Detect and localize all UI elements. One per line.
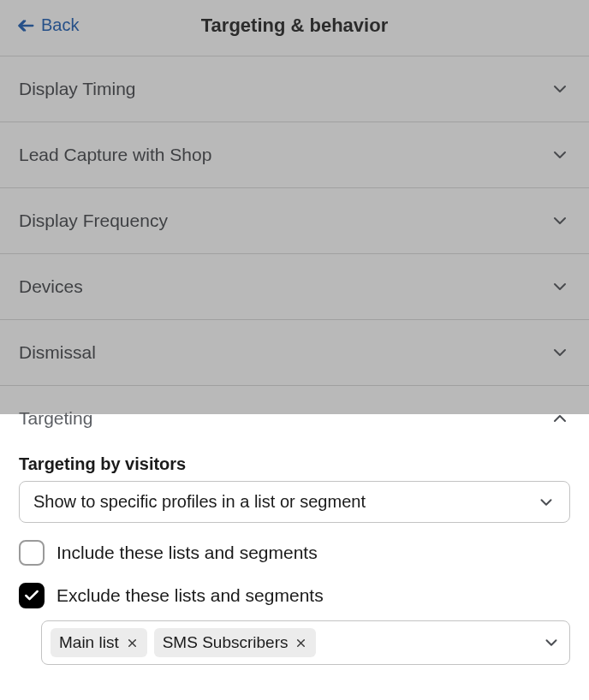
chevron-down-icon[interactable] — [542, 633, 561, 652]
targeting-visitors-heading: Targeting by visitors — [19, 454, 570, 474]
accordion-label: Devices — [19, 276, 83, 297]
accordion-label: Display Frequency — [19, 211, 168, 231]
include-label: Include these lists and segments — [57, 543, 318, 563]
visitors-select[interactable]: Show to specific profiles in a list or s… — [19, 481, 570, 523]
header: Back Targeting & behavior — [0, 0, 589, 56]
include-checkbox[interactable] — [19, 540, 45, 566]
targeting-label: Targeting — [19, 408, 92, 429]
close-icon[interactable] — [126, 637, 139, 650]
check-icon — [23, 587, 40, 604]
accordion-targeting: Targeting Targeting by visitors Show to … — [0, 385, 589, 684]
close-icon[interactable] — [294, 637, 307, 650]
chevron-down-icon — [550, 211, 570, 231]
include-row: Include these lists and segments — [19, 540, 570, 566]
accordion-label: Display Timing — [19, 79, 136, 99]
back-button[interactable]: Back — [12, 15, 79, 35]
accordion-label: Lead Capture with Shop — [19, 145, 211, 165]
exclude-row: Exclude these lists and segments — [19, 583, 570, 608]
chevron-down-icon — [537, 493, 556, 512]
chevron-down-icon — [550, 79, 570, 99]
select-value: Show to specific profiles in a list or s… — [33, 492, 366, 512]
back-label: Back — [41, 15, 79, 35]
accordion-devices[interactable]: Devices — [0, 253, 589, 319]
chevron-up-icon — [550, 408, 570, 429]
exclude-label: Exclude these lists and segments — [57, 585, 324, 606]
exclude-checkbox[interactable] — [19, 583, 45, 608]
accordion-display-frequency[interactable]: Display Frequency — [0, 187, 589, 253]
page-title: Targeting & behavior — [201, 15, 388, 37]
tag-sms-subscribers: SMS Subscribers — [154, 628, 317, 657]
tag-label: SMS Subscribers — [163, 633, 289, 652]
accordion-lead-capture[interactable]: Lead Capture with Shop — [0, 122, 589, 187]
tag-main-list: Main list — [51, 628, 147, 657]
accordion-dismissal[interactable]: Dismissal — [0, 319, 589, 385]
chevron-down-icon — [550, 276, 570, 297]
targeting-header[interactable]: Targeting — [0, 386, 589, 444]
exclude-tag-input[interactable]: Main list SMS Subscribers — [41, 620, 570, 665]
chevron-down-icon — [550, 145, 570, 165]
chevron-down-icon — [550, 342, 570, 363]
arrow-left-icon — [17, 16, 36, 35]
tags-wrap: Main list SMS Subscribers — [51, 628, 316, 657]
accordion-display-timing[interactable]: Display Timing — [0, 56, 589, 122]
targeting-body: Targeting by visitors Show to specific p… — [0, 454, 589, 684]
accordion-label: Dismissal — [19, 342, 96, 363]
tag-label: Main list — [59, 633, 119, 652]
